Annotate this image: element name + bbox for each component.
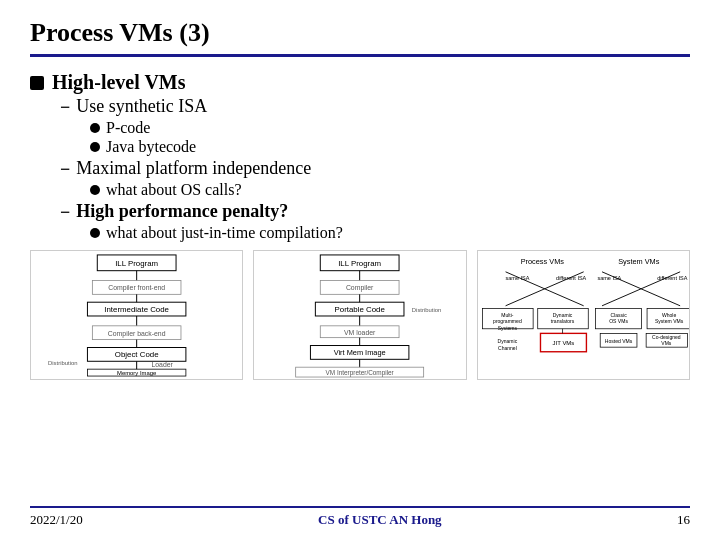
bullet-os-calls: what about OS calls? — [90, 181, 690, 199]
svg-text:ILL Program: ILL Program — [115, 259, 158, 268]
svg-text:Dynamic: Dynamic — [552, 312, 572, 318]
diagram-a: ILL Program Compiler front-end Intermedi… — [30, 250, 243, 380]
svg-text:Intermediate Code: Intermediate Code — [104, 305, 169, 314]
svg-text:Compiler: Compiler — [346, 284, 374, 292]
svg-text:System VMs: System VMs — [618, 257, 660, 266]
svg-text:JIT VMs: JIT VMs — [552, 340, 574, 346]
footer-center: CS of USTC AN Hong — [318, 512, 442, 528]
svg-text:Compiler front-end: Compiler front-end — [108, 284, 165, 292]
circle-1 — [90, 123, 100, 133]
svg-text:VM loader: VM loader — [344, 329, 376, 336]
svg-text:Dynamic: Dynamic — [497, 338, 517, 344]
svg-text:programmed: programmed — [493, 318, 522, 324]
svg-text:different ISA: different ISA — [556, 275, 586, 281]
bullet-l3-text-1: P-code — [106, 119, 150, 137]
svg-text:Multi-: Multi- — [501, 312, 514, 318]
svg-text:Distribution: Distribution — [412, 307, 441, 313]
svg-text:Channel: Channel — [498, 345, 517, 351]
bullet-p-code: P-code — [90, 119, 690, 137]
svg-text:Systems: Systems — [497, 325, 517, 331]
bullet-l2-text-3: High performance penalty? — [76, 201, 288, 222]
svg-text:same ISA: same ISA — [597, 275, 621, 281]
dash-3: − — [60, 202, 70, 223]
circle-3 — [90, 185, 100, 195]
diagrams-row: ILL Program Compiler front-end Intermedi… — [30, 250, 690, 502]
footer: 2022/1/20 CS of USTC AN Hong 16 — [30, 506, 690, 528]
bullet-high-perf-penalty: − High performance penalty? — [60, 201, 690, 223]
svg-text:Distribution: Distribution — [48, 360, 77, 366]
bullet-use-synthetic-isa: − Use synthetic ISA — [60, 96, 690, 118]
diagram-b: ILL Program Compiler Portable Code Distr… — [253, 250, 466, 380]
slide-title: Process VMs (3) — [30, 18, 210, 47]
bullet-maximal-platform: − Maximal platform independence — [60, 158, 690, 180]
bullet-high-level-vms: High-level VMs — [30, 71, 690, 94]
svg-text:OS VMs: OS VMs — [609, 318, 628, 324]
bullet-l2-text-1: Use synthetic ISA — [76, 96, 207, 117]
svg-text:Memory Image: Memory Image — [117, 370, 157, 376]
circle-2 — [90, 142, 100, 152]
content: High-level VMs − Use synthetic ISA P-cod… — [30, 67, 690, 502]
svg-text:Loader: Loader — [151, 361, 173, 368]
footer-page: 16 — [677, 512, 690, 528]
footer-date: 2022/1/20 — [30, 512, 83, 528]
svg-text:translators: translators — [550, 318, 574, 324]
bullet-l3-text-2: Java bytecode — [106, 138, 196, 156]
dash-2: − — [60, 159, 70, 180]
bullet-java-bytecode: Java bytecode — [90, 138, 690, 156]
bullet-l1-text: High-level VMs — [52, 71, 186, 94]
bullet-l1-icon — [30, 76, 44, 90]
svg-text:different ISA: different ISA — [657, 275, 687, 281]
svg-text:Classic: Classic — [610, 312, 627, 318]
svg-text:Co-designed: Co-designed — [652, 334, 681, 340]
dash-1: − — [60, 97, 70, 118]
svg-text:Object Code: Object Code — [115, 350, 159, 359]
bullet-l2-text-2: Maximal platform independence — [76, 158, 311, 179]
bullet-l3-text-4: what about just-in-time compilation? — [106, 224, 343, 242]
svg-text:Portable Code: Portable Code — [335, 305, 386, 314]
diagram-c: Process VMs System VMs same ISA differen… — [477, 250, 690, 380]
circle-4 — [90, 228, 100, 238]
svg-text:Compiler back-end: Compiler back-end — [108, 330, 166, 338]
bullet-l3-text-3: what about OS calls? — [106, 181, 242, 199]
svg-text:same ISA: same ISA — [505, 275, 529, 281]
svg-text:Virt Mem Image: Virt Mem Image — [334, 348, 386, 357]
svg-text:ILL Program: ILL Program — [339, 259, 382, 268]
slide: Process VMs (3) High-level VMs − Use syn… — [0, 0, 720, 540]
svg-text:Whole: Whole — [662, 312, 676, 318]
svg-text:System VMs: System VMs — [655, 318, 684, 324]
svg-text:Hosted VMs: Hosted VMs — [604, 338, 632, 344]
svg-text:Process VMs: Process VMs — [520, 257, 564, 266]
bullet-jit: what about just-in-time compilation? — [90, 224, 690, 242]
title-bar: Process VMs (3) — [30, 18, 690, 57]
svg-text:VMs: VMs — [661, 340, 672, 346]
svg-text:VM Interpreter/Compiler: VM Interpreter/Compiler — [326, 369, 395, 377]
